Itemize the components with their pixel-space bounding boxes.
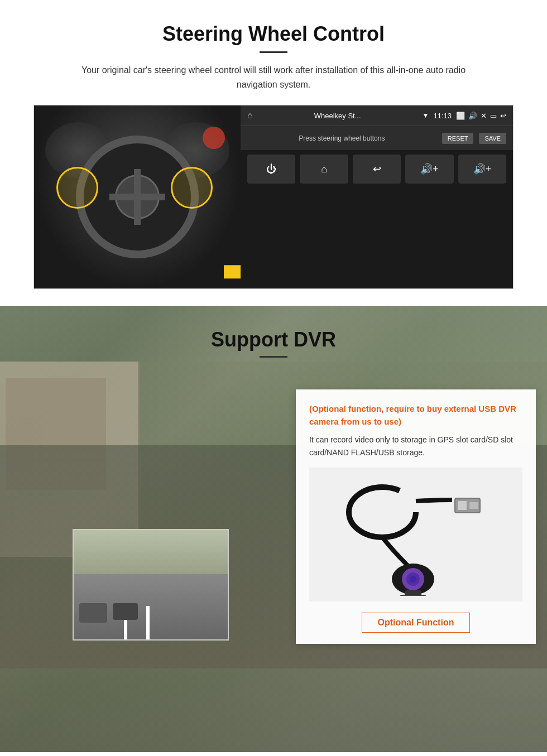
camera-icon: ⬜	[456, 112, 465, 120]
dvr-title-underline	[260, 356, 287, 358]
steering-composite-image: ⌂ Wheelkey St... ▼ 11:13 ⬜ 🔊 ✕ ▭ ↩ Press…	[33, 105, 514, 289]
clock-display: 11:13	[433, 112, 452, 120]
status-icons: ⬜ 🔊 ✕ ▭ ↩	[456, 112, 506, 120]
highlight-circle-left	[56, 167, 98, 209]
optional-function-badge: Optional Function	[362, 613, 471, 633]
steering-toolbar: Press steering wheel buttons RESET SAVE	[241, 126, 513, 150]
power-button[interactable]: ⏻	[247, 155, 295, 184]
dvr-title: Support DVR	[0, 328, 547, 351]
save-button[interactable]: SAVE	[479, 133, 506, 144]
toolbar-instruction: Press steering wheel buttons	[247, 134, 436, 142]
car-silhouette-2	[113, 603, 138, 620]
dvr-title-area: Support DVR	[0, 306, 547, 358]
optional-badge-container: Optional Function	[309, 610, 522, 633]
android-topbar: ⌂ Wheelkey St... ▼ 11:13 ⬜ 🔊 ✕ ▭ ↩	[241, 105, 513, 126]
app-title: Wheelkey St...	[257, 112, 418, 120]
arrow-shape	[224, 255, 241, 288]
steering-description: Your original car's steering wheel contr…	[61, 63, 486, 92]
android-screen-panel: ⌂ Wheelkey St... ▼ 11:13 ⬜ 🔊 ✕ ▭ ↩ Press…	[241, 105, 513, 288]
svg-rect-8	[458, 501, 467, 510]
dvr-optional-note: (Optional function, require to buy exter…	[309, 403, 522, 428]
dvr-description: It can record video only to storage in G…	[309, 434, 522, 459]
road-marking-2	[146, 606, 150, 639]
home-function-button[interactable]: ⌂	[300, 155, 348, 184]
dvr-info-card: (Optional function, require to buy exter…	[296, 389, 536, 644]
svg-rect-9	[469, 502, 478, 509]
svg-rect-6	[400, 595, 426, 596]
wheel-spoke-v	[134, 169, 141, 225]
vol-up-button-1[interactable]: 🔊+	[405, 155, 453, 184]
window-icon: ▭	[490, 112, 497, 120]
steering-title: Steering Wheel Control	[33, 22, 514, 46]
back-function-button[interactable]: ↩	[353, 155, 401, 184]
wifi-icon: ▼	[423, 112, 429, 119]
steering-wheel-bg	[34, 105, 241, 288]
highlight-circle-right	[171, 167, 213, 209]
volume-icon: 🔊	[468, 112, 477, 120]
dvr-camera-svg	[327, 473, 505, 596]
steering-section: Steering Wheel Control Your original car…	[0, 0, 547, 306]
back-icon: ↩	[500, 112, 506, 120]
car-silhouette-1	[79, 603, 107, 623]
android-screen: ⌂ Wheelkey St... ▼ 11:13 ⬜ 🔊 ✕ ▭ ↩ Press…	[241, 105, 513, 288]
close-icon: ✕	[481, 112, 487, 120]
function-buttons-row: ⏻ ⌂ ↩ 🔊+ 🔊+	[241, 150, 513, 188]
dvr-thumbnail-inner	[74, 530, 228, 639]
vol-up-button-2[interactable]: 🔊+	[458, 155, 506, 184]
dvr-camera-image	[309, 468, 522, 601]
reset-button[interactable]: RESET	[442, 133, 474, 144]
title-divider	[260, 51, 287, 53]
dvr-thumbnail	[73, 529, 229, 641]
svg-point-0	[349, 487, 416, 537]
svg-point-4	[410, 576, 416, 582]
home-icon: ⌂	[247, 110, 253, 121]
dvr-section: Support DVR (Optional function, require …	[0, 306, 547, 752]
steering-wheel-photo	[34, 105, 241, 288]
